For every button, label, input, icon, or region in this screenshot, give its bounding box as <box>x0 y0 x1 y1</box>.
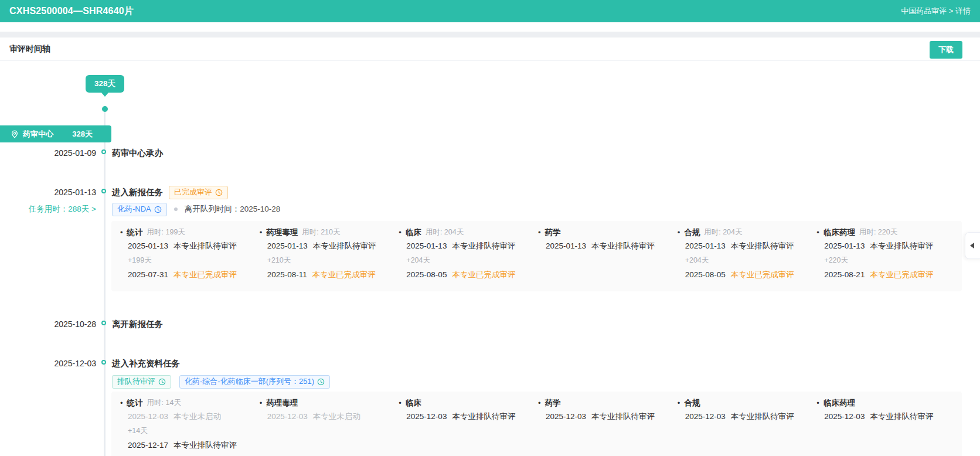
profession-name: 统计 <box>127 227 143 238</box>
status-line: 2025-01-13本专业排队待审评 <box>816 239 950 254</box>
panel-title: 审评时间轴 <box>9 44 50 55</box>
breadcrumb[interactable]: 中国药品审评 > 详情 <box>901 6 971 16</box>
bullet-icon: • <box>120 399 123 407</box>
professional-grid-supplement-task: •统计用时: 14天 2025-12-03本专业未启动 +14天 2025-12… <box>111 392 962 456</box>
delta-days: +204天 <box>399 254 532 267</box>
status-line: 2025-08-11本专业已完成审评 <box>260 267 393 283</box>
event-date: 2025-10-28 <box>0 318 96 330</box>
status-text: 本专业排队待审评 <box>870 412 933 421</box>
page-title: CXHS2500004—SHR4640片 <box>9 5 134 18</box>
timeline-node-icon <box>101 149 106 154</box>
status-line: 2025-01-13本专业排队待审评 <box>538 239 672 254</box>
tag-label: 化药-综合-化药临床一部(序列号：251) <box>185 376 314 387</box>
status-text: 本专业排队待审评 <box>870 241 933 250</box>
bullet-icon: • <box>120 228 123 237</box>
delta-days <box>538 424 672 438</box>
status-line <box>260 438 393 453</box>
status-date: 2025-01-13 <box>406 241 447 250</box>
status-line: 2025-08-05本专业已完成审评 <box>678 267 811 283</box>
status-text: 本专业排队待审评 <box>452 241 515 250</box>
status-text: 本专业排队待审评 <box>591 241 655 250</box>
status-line: 2025-12-03本专业排队待审评 <box>538 409 672 424</box>
collapse-arrow-icon <box>970 243 974 249</box>
bullet-icon: • <box>399 228 401 237</box>
status-date: 2025-12-03 <box>824 412 865 421</box>
tag-drug-type[interactable]: 化药-NDA <box>112 203 167 216</box>
status-line: 2025-08-21本专业已完成审评 <box>816 267 950 283</box>
grid-column-pharmtox: •药理毒理用时: 210天 2025-01-13本专业排队待审评 +210天 2… <box>260 226 399 286</box>
status-text: 本专业排队待审评 <box>731 241 794 250</box>
status-badge-completed[interactable]: 已完成审评 <box>169 186 228 199</box>
grid-column-statistics: •统计用时: 14天 2025-12-03本专业未启动 +14天 2025-12… <box>120 397 260 456</box>
status-line <box>399 438 532 453</box>
event-title: 进入补充资料任务 <box>112 358 180 369</box>
status-date: 2025-12-03 <box>685 412 726 421</box>
grid-column-compliance: •合规 2025-12-03本专业排队待审评 <box>678 397 817 456</box>
delta-days: +199天 <box>120 254 254 267</box>
profession-name: 合规 <box>684 227 700 238</box>
tag-department[interactable]: 化药-综合-化药临床一部(序列号：251) <box>179 375 330 389</box>
status-text: 本专业已完成审评 <box>731 270 794 279</box>
status-line <box>816 438 950 453</box>
profession-name: 临床药理 <box>824 398 855 409</box>
bullet-icon: • <box>260 399 263 407</box>
timeline-start-dot-icon <box>102 106 108 112</box>
timeline-node-icon <box>101 321 106 325</box>
download-button[interactable]: 下载 <box>930 41 962 59</box>
delta-days <box>260 424 393 438</box>
status-line: 2025-01-13本专业排队待审评 <box>120 239 254 254</box>
profession-duration: 用时: 210天 <box>302 227 340 237</box>
tag-label: 排队待审评 <box>117 376 155 387</box>
profession-name: 临床 <box>406 398 421 409</box>
bullet-icon: • <box>678 228 680 237</box>
status-line: 2025-12-17本专业排队待审评 <box>120 438 254 453</box>
status-line: 2025-12-03本专业排队待审评 <box>816 409 950 424</box>
bullet-icon: • <box>678 399 680 407</box>
bullet-icon: • <box>538 399 541 407</box>
professional-grid-new-task: •统计用时: 199天 2025-01-13本专业排队待审评 +199天 202… <box>111 221 962 291</box>
status-date: 2025-12-03 <box>267 412 308 421</box>
grid-column-pharmacy: •药学 2025-01-13本专业排队待审评 <box>538 226 678 286</box>
delta-days: +204天 <box>678 254 811 267</box>
profession-duration: 用时: 204天 <box>426 227 464 237</box>
clock-icon <box>158 378 166 386</box>
tag-queue-status[interactable]: 排队待审评 <box>112 375 171 389</box>
task-duration-link[interactable]: 任务用时：288天 > <box>0 202 96 216</box>
bullet-icon: • <box>399 399 401 407</box>
status-line: 2025-12-03本专业排队待审评 <box>399 409 532 424</box>
status-line: 2025-07-31本专业已完成审评 <box>120 267 254 283</box>
delta-days <box>816 424 950 438</box>
status-text: 本专业未启动 <box>313 412 360 421</box>
event-date: 2025-01-13 <box>0 186 96 198</box>
status-text: 本专业已完成审评 <box>870 270 933 279</box>
drug-review-page: CXHS2500004—SHR4640片 中国药品审评 > 详情 审评时间轴 下… <box>0 0 980 456</box>
status-text: 本专业排队待审评 <box>173 241 237 250</box>
sub-header-strip <box>0 22 980 32</box>
profession-duration: 用时: 220天 <box>859 227 897 237</box>
status-date: 2025-12-03 <box>546 412 586 421</box>
grid-column-pharmtox: •药理毒理 2025-12-03本专业未启动 <box>260 397 399 456</box>
delta-days <box>538 254 672 267</box>
review-center-label: 药审中心 328天 <box>0 125 111 142</box>
event-date: 2025-12-03 <box>0 358 96 369</box>
timeline-node-icon <box>101 360 106 365</box>
event-tags-row: 排队待审评 化药-综合-化药临床一部(序列号：251) <box>112 375 330 389</box>
profession-name: 临床 <box>406 227 421 238</box>
sidebar-collapse-handle[interactable] <box>965 232 980 259</box>
profession-duration: 用时: 199天 <box>147 227 185 237</box>
total-days-badge: 328天 <box>86 75 124 93</box>
status-date: 2025-01-13 <box>546 241 586 250</box>
status-text: 本专业未启动 <box>173 412 221 421</box>
timeline-axis-line <box>104 109 106 456</box>
status-date: 2025-07-31 <box>128 270 168 279</box>
status-date: 2025-01-13 <box>128 241 168 250</box>
location-pin-icon <box>11 130 19 138</box>
status-line: 2025-01-13本专业排队待审评 <box>260 239 393 254</box>
delta-days <box>678 424 811 438</box>
grid-column-clinpharm: •临床药理 2025-12-03本专业排队待审评 <box>816 397 956 456</box>
status-date: 2025-12-17 <box>128 441 168 450</box>
top-header-bar: CXHS2500004—SHR4640片 中国药品审评 > 详情 <box>0 0 980 22</box>
status-badge-label: 已完成审评 <box>174 187 212 198</box>
station-name: 药审中心 <box>23 129 53 139</box>
status-line: 2025-12-03本专业未启动 <box>120 409 254 424</box>
